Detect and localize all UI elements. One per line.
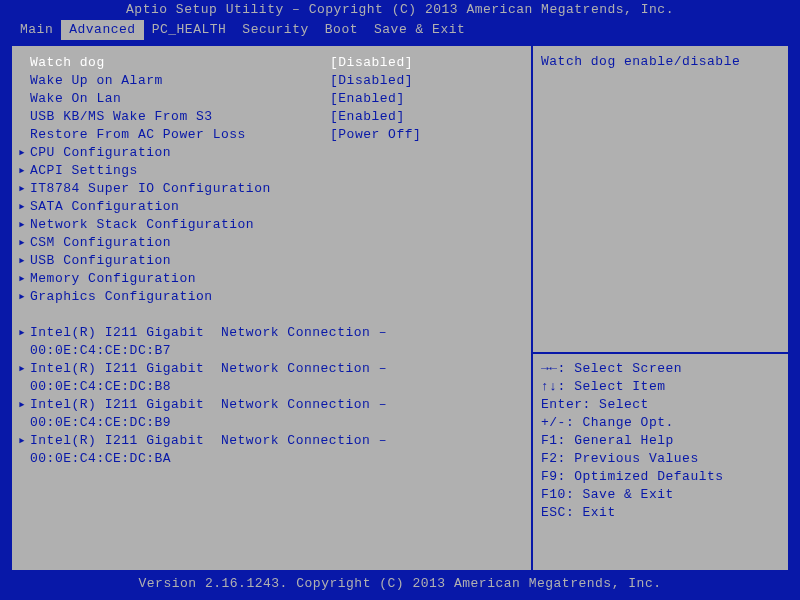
- setting-watch-dog[interactable]: Watch dog[Disabled]: [18, 54, 525, 72]
- nic-0-mac: 00:0E:C4:CE:DC:B7: [18, 342, 525, 360]
- nic-label: Intel(R) I211 Gigabit Network Connection…: [30, 324, 387, 342]
- setting-label: Wake On Lan: [30, 90, 330, 108]
- tab-security[interactable]: Security: [234, 20, 316, 40]
- tab-boot[interactable]: Boot: [317, 20, 366, 40]
- submenu-nic-2[interactable]: ▸Intel(R) I211 Gigabit Network Connectio…: [18, 396, 525, 414]
- setting-value: [Power Off]: [330, 126, 421, 144]
- menu-tabs: Main Advanced PC_HEALTH Security Boot Sa…: [0, 20, 800, 40]
- keyhelp-select-screen: →←: Select Screen: [541, 360, 780, 378]
- submenu-it8784-super-io[interactable]: ▸IT8784 Super IO Configuration: [18, 180, 525, 198]
- nic-1-mac: 00:0E:C4:CE:DC:B8: [18, 378, 525, 396]
- nic-label: Intel(R) I211 Gigabit Network Connection…: [30, 360, 387, 378]
- submenu-arrow-icon: ▸: [18, 270, 30, 288]
- tab-main[interactable]: Main: [12, 20, 61, 40]
- submenu-cpu-configuration[interactable]: ▸CPU Configuration: [18, 144, 525, 162]
- setting-restore-ac-power-loss[interactable]: Restore From AC Power Loss[Power Off]: [18, 126, 525, 144]
- submenu-label: CSM Configuration: [30, 234, 171, 252]
- bios-screen: Aptio Setup Utility – Copyright (C) 2013…: [0, 0, 800, 600]
- setting-wake-up-on-alarm[interactable]: Wake Up on Alarm[Disabled]: [18, 72, 525, 90]
- side-panel: Watch dog enable/disable →←: Select Scre…: [533, 46, 788, 570]
- keyhelp-save-exit: F10: Save & Exit: [541, 486, 780, 504]
- submenu-label: Memory Configuration: [30, 270, 196, 288]
- submenu-nic-0[interactable]: ▸Intel(R) I211 Gigabit Network Connectio…: [18, 324, 525, 342]
- nic-2-mac: 00:0E:C4:CE:DC:B9: [18, 414, 525, 432]
- tab-pc-health[interactable]: PC_HEALTH: [144, 20, 235, 40]
- submenu-csm-configuration[interactable]: ▸CSM Configuration: [18, 234, 525, 252]
- submenu-label: CPU Configuration: [30, 144, 171, 162]
- submenu-arrow-icon: ▸: [18, 432, 30, 450]
- submenu-label: ACPI Settings: [30, 162, 138, 180]
- keyhelp-select-item: ↑↓: Select Item: [541, 378, 780, 396]
- submenu-arrow-icon: ▸: [18, 198, 30, 216]
- keyhelp-general-help: F1: General Help: [541, 432, 780, 450]
- keyhelp-enter: Enter: Select: [541, 396, 780, 414]
- content-panels: Watch dog[Disabled] Wake Up on Alarm[Dis…: [10, 44, 790, 572]
- keyhelp-optimized-defaults: F9: Optimized Defaults: [541, 468, 780, 486]
- submenu-label: IT8784 Super IO Configuration: [30, 180, 271, 198]
- submenu-arrow-icon: ▸: [18, 180, 30, 198]
- item-help-text: Watch dog enable/disable: [541, 54, 780, 69]
- submenu-arrow-icon: ▸: [18, 162, 30, 180]
- nic-label: Intel(R) I211 Gigabit Network Connection…: [30, 432, 387, 450]
- help-divider: [533, 352, 788, 354]
- setting-label: Restore From AC Power Loss: [30, 126, 330, 144]
- setting-label: Wake Up on Alarm: [30, 72, 330, 90]
- footer-bar: Version 2.16.1243. Copyright (C) 2013 Am…: [0, 574, 800, 600]
- submenu-arrow-icon: ▸: [18, 396, 30, 414]
- submenu-label: Graphics Configuration: [30, 288, 213, 306]
- setting-label: USB KB/MS Wake From S3: [30, 108, 330, 126]
- submenu-label: USB Configuration: [30, 252, 171, 270]
- nic-label: Intel(R) I211 Gigabit Network Connection…: [30, 396, 387, 414]
- keyhelp-previous-values: F2: Previous Values: [541, 450, 780, 468]
- nic-3-mac: 00:0E:C4:CE:DC:BA: [18, 450, 525, 468]
- submenu-arrow-icon: ▸: [18, 144, 30, 162]
- keyhelp-change-opt: +/-: Change Opt.: [541, 414, 780, 432]
- submenu-usb-configuration[interactable]: ▸USB Configuration: [18, 252, 525, 270]
- submenu-arrow-icon: ▸: [18, 288, 30, 306]
- submenu-nic-3[interactable]: ▸Intel(R) I211 Gigabit Network Connectio…: [18, 432, 525, 450]
- title-bar: Aptio Setup Utility – Copyright (C) 2013…: [0, 0, 800, 20]
- submenu-arrow-icon: ▸: [18, 324, 30, 342]
- submenu-network-stack[interactable]: ▸Network Stack Configuration: [18, 216, 525, 234]
- submenu-label: SATA Configuration: [30, 198, 179, 216]
- submenu-memory-configuration[interactable]: ▸Memory Configuration: [18, 270, 525, 288]
- submenu-nic-1[interactable]: ▸Intel(R) I211 Gigabit Network Connectio…: [18, 360, 525, 378]
- submenu-graphics-configuration[interactable]: ▸Graphics Configuration: [18, 288, 525, 306]
- submenu-sata-configuration[interactable]: ▸SATA Configuration: [18, 198, 525, 216]
- submenu-acpi-settings[interactable]: ▸ACPI Settings: [18, 162, 525, 180]
- submenu-arrow-icon: ▸: [18, 252, 30, 270]
- main-panel: Watch dog[Disabled] Wake Up on Alarm[Dis…: [12, 46, 533, 570]
- setting-usb-kbms-wake[interactable]: USB KB/MS Wake From S3[Enabled]: [18, 108, 525, 126]
- submenu-arrow-icon: ▸: [18, 360, 30, 378]
- setting-wake-on-lan[interactable]: Wake On Lan[Enabled]: [18, 90, 525, 108]
- setting-value: [Enabled]: [330, 108, 405, 126]
- tab-advanced[interactable]: Advanced: [61, 20, 143, 40]
- submenu-arrow-icon: ▸: [18, 234, 30, 252]
- keyhelp-esc-exit: ESC: Exit: [541, 504, 780, 522]
- setting-value: [Disabled]: [330, 54, 413, 72]
- setting-value: [Disabled]: [330, 72, 413, 90]
- setting-label: Watch dog: [30, 54, 330, 72]
- submenu-label: Network Stack Configuration: [30, 216, 254, 234]
- tab-save-exit[interactable]: Save & Exit: [366, 20, 473, 40]
- setting-value: [Enabled]: [330, 90, 405, 108]
- submenu-arrow-icon: ▸: [18, 216, 30, 234]
